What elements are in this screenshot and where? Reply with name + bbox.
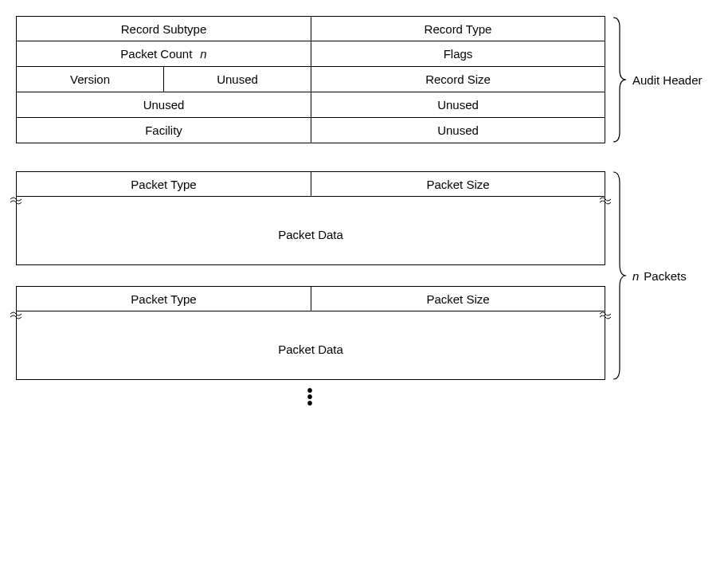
field-unused-4r: Unused [311,118,605,143]
packet-1-trunc [16,311,605,319]
packets-brace: n Packets [613,170,687,381]
packets-brace-label: n Packets [632,269,687,283]
packet-1-data: Packet Data [16,319,605,380]
packet-1-type: Packet Type [16,286,311,311]
packet-0-header: Packet Type Packet Size [16,171,605,197]
audit-header-block: Record Subtype Record Type Packet Count … [16,16,712,143]
packets-count-var: n [632,269,639,283]
audit-header-brace: Audit Header [613,16,703,143]
vertical-ellipsis-icon: ••• [16,387,605,406]
header-row-2: Version Unused Record Size [16,67,605,92]
packet-0-size: Packet Size [311,171,605,197]
packet-0-type: Packet Type [16,171,311,197]
field-unused-q: Unused [163,67,311,92]
field-facility: Facility [16,118,311,143]
header-row-3: Unused Unused [16,92,605,118]
field-flags: Flags [311,41,605,67]
field-record-type: Record Type [311,16,605,41]
packets-label-text: Packets [644,269,686,283]
audit-record-diagram: Record Subtype Record Type Packet Count … [16,16,712,406]
field-packet-count: Packet Count n [16,41,311,67]
packet-count-label: Packet Count [120,47,192,61]
audit-header-brace-label: Audit Header [632,73,703,87]
packet-count-var: n [200,47,206,61]
field-version: Version [16,67,163,92]
packet-1: Packet Type Packet Size Packet Data [16,286,605,380]
packet-0-trunc [16,197,605,205]
header-row-1: Packet Count n Flags [16,41,605,67]
field-unused-3r: Unused [311,92,605,118]
packet-0-data: Packet Data [16,205,605,265]
audit-header-table: Record Subtype Record Type Packet Count … [16,16,605,143]
field-unused-3l: Unused [16,92,311,118]
packet-1-size: Packet Size [311,286,605,311]
packet-1-header: Packet Type Packet Size [16,286,605,311]
field-record-size: Record Size [311,67,605,92]
packets-block: Packet Type Packet Size Packet Data [16,170,712,381]
header-row-4: Facility Unused [16,118,605,143]
field-record-subtype: Record Subtype [16,16,311,41]
packets-stack: Packet Type Packet Size Packet Data [16,171,605,380]
header-row-2-left: Version Unused [16,67,311,92]
header-row-0: Record Subtype Record Type [16,16,605,41]
packet-0: Packet Type Packet Size Packet Data [16,171,605,265]
